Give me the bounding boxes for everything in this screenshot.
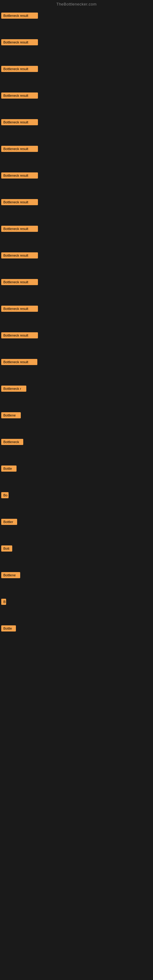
list-item: Bott xyxy=(0,542,153,568)
list-item: Bottleneck result xyxy=(0,222,153,249)
list-item: Bottleneck result xyxy=(0,9,153,35)
bottleneck-list: Bottleneck resultBottleneck resultBottle… xyxy=(0,8,153,649)
list-item: Bottler xyxy=(0,515,153,542)
bottleneck-badge[interactable]: Bottleneck result xyxy=(1,252,38,258)
list-item: Bottleneck result xyxy=(0,196,153,222)
bottleneck-badge[interactable]: Bottler xyxy=(1,519,17,525)
list-item: Bottleneck result xyxy=(0,115,153,142)
bottleneck-badge[interactable]: Bottleneck result xyxy=(1,279,38,285)
bottleneck-badge[interactable]: Bott xyxy=(1,546,12,552)
bottleneck-badge[interactable]: Bottleneck result xyxy=(1,39,38,45)
bottleneck-badge[interactable]: Bottleneck result xyxy=(1,359,37,365)
list-item: Bottleneck result xyxy=(0,355,153,382)
list-item: Bottleneck result xyxy=(0,329,153,355)
bottleneck-badge[interactable]: Bottleneck result xyxy=(1,199,38,205)
list-item: Bottle xyxy=(0,622,153,648)
list-item: Bottleneck result xyxy=(0,62,153,89)
bottleneck-badge[interactable]: Bottlene xyxy=(1,572,20,578)
bottleneck-badge[interactable]: Bottleneck result xyxy=(1,119,38,125)
bottleneck-badge[interactable]: Bottleneck result xyxy=(1,332,38,339)
bottleneck-badge[interactable]: Bo xyxy=(1,492,9,498)
site-title-bar: TheBottlenecker.com xyxy=(0,0,153,8)
list-item: Bottleneck result xyxy=(0,35,153,62)
bottleneck-badge[interactable]: Bottle xyxy=(1,466,16,472)
list-item: Bottleneck result xyxy=(0,169,153,196)
list-item: Bottleneck xyxy=(0,435,153,462)
bottleneck-badge[interactable]: Bottleneck xyxy=(1,439,23,445)
list-item: Bottleneck r xyxy=(0,382,153,409)
bottleneck-badge[interactable]: B xyxy=(1,599,6,605)
list-item: Bottleneck result xyxy=(0,142,153,169)
bottleneck-badge[interactable]: Bottleneck result xyxy=(1,13,38,19)
bottleneck-badge[interactable]: Bottleneck r xyxy=(1,385,26,392)
bottleneck-badge[interactable]: Bottleneck result xyxy=(1,226,38,232)
bottleneck-badge[interactable]: Bottleneck result xyxy=(1,66,38,72)
bottleneck-badge[interactable]: Bottlene xyxy=(1,412,21,418)
bottleneck-badge[interactable]: Bottleneck result xyxy=(1,305,38,312)
bottleneck-badge[interactable]: Bottleneck result xyxy=(1,172,38,178)
list-item: Bottle xyxy=(0,462,153,488)
bottleneck-badge[interactable]: Bottleneck result xyxy=(1,146,38,152)
list-item: Bottleneck result xyxy=(0,249,153,275)
list-item: B xyxy=(0,595,153,622)
bottleneck-badge[interactable]: Bottleneck result xyxy=(1,92,38,99)
list-item: Bottleneck result xyxy=(0,275,153,302)
list-item: Bo xyxy=(0,488,153,515)
bottleneck-badge[interactable]: Bottle xyxy=(1,625,16,632)
site-title: TheBottlenecker.com xyxy=(0,0,153,8)
list-item: Bottleneck result xyxy=(0,89,153,115)
list-item: Bottlene xyxy=(0,409,153,435)
list-item: Bottlene xyxy=(0,568,153,595)
list-item: Bottleneck result xyxy=(0,302,153,329)
